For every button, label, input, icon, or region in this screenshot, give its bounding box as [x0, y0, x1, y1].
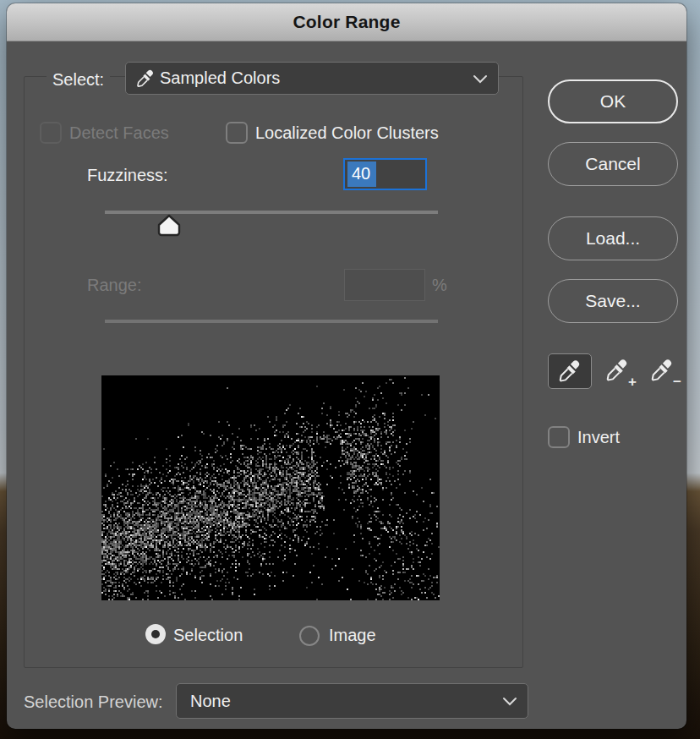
range-unit: %	[432, 276, 447, 295]
fuzziness-input[interactable]: 40	[343, 158, 427, 190]
invert-checkbox[interactable]	[548, 426, 570, 448]
range-slider	[105, 320, 438, 345]
eyedropper-icon	[557, 359, 582, 384]
localized-color-clusters-label: Localized Color Clusters	[255, 123, 439, 143]
eyedropper-add-button[interactable]: +	[596, 353, 638, 387]
dialog-titlebar[interactable]: Color Range	[7, 3, 686, 41]
fuzziness-slider-track[interactable]	[105, 211, 438, 214]
save-button[interactable]: Save...	[548, 279, 678, 323]
fuzziness-slider[interactable]	[105, 211, 438, 236]
chevron-down-icon	[473, 74, 488, 84]
selection-radio-label: Selection	[173, 626, 243, 645]
selection-preview-thumbnail[interactable]	[101, 375, 440, 600]
chevron-down-icon	[502, 696, 517, 706]
cancel-button-label: Cancel	[585, 154, 640, 174]
plus-glyph: +	[628, 374, 637, 391]
detect-faces-label: Detect Faces	[69, 123, 169, 143]
image-radio[interactable]	[299, 626, 320, 646]
color-range-dialog: Color Range Select: Sampled Colors Detec…	[7, 3, 686, 729]
eyedropper-sample-button[interactable]	[548, 353, 592, 389]
invert-label: Invert	[577, 428, 620, 447]
minus-glyph: −	[673, 374, 681, 391]
selection-preview-label: Selection Preview:	[24, 692, 163, 712]
cancel-button[interactable]: Cancel	[548, 142, 678, 186]
fuzziness-label: Fuzziness:	[87, 166, 168, 185]
range-label: Range:	[87, 276, 142, 295]
save-button-label: Save...	[585, 291, 640, 311]
select-dropdown[interactable]: Sampled Colors	[125, 62, 499, 95]
ok-button-label: OK	[600, 91, 626, 112]
range-input	[344, 269, 425, 301]
eyedropper-icon	[135, 68, 156, 89]
load-button-label: Load...	[586, 228, 640, 249]
eyedropper-minus-icon	[649, 358, 675, 383]
range-slider-track	[105, 320, 438, 323]
fuzziness-slider-thumb[interactable]	[156, 214, 182, 237]
selection-preview-value: None	[190, 692, 231, 711]
load-button[interactable]: Load...	[548, 216, 678, 260]
fuzziness-value: 40	[347, 161, 376, 187]
selection-preview-dropdown[interactable]: None	[176, 683, 528, 719]
detect-faces-checkbox[interactable]	[40, 122, 62, 144]
selection-radio[interactable]	[145, 624, 166, 644]
eyedropper-plus-icon	[604, 358, 630, 383]
dialog-title: Color Range	[293, 12, 400, 32]
ok-button[interactable]: OK	[548, 79, 678, 123]
image-radio-label: Image	[329, 626, 376, 645]
eyedropper-subtract-button[interactable]: −	[641, 353, 683, 387]
select-label: Select:	[46, 70, 110, 90]
localized-color-clusters-checkbox[interactable]	[226, 122, 248, 144]
select-value: Sampled Colors	[160, 68, 280, 88]
